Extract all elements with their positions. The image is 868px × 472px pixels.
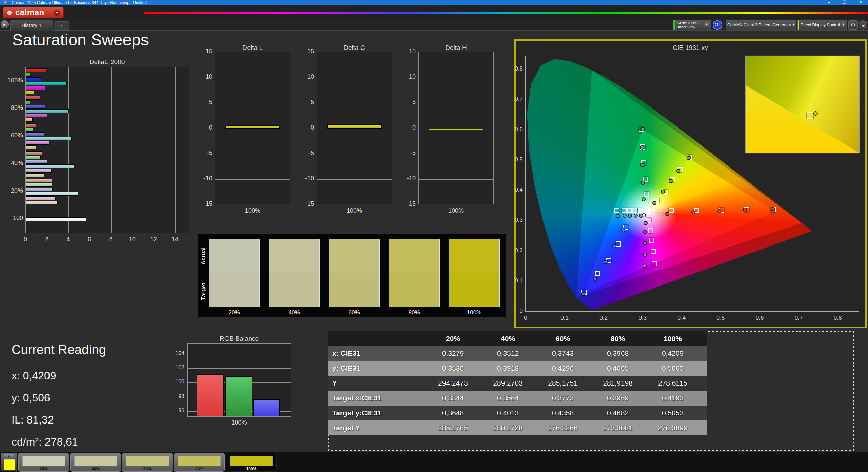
minimize-button[interactable]: – (824, 0, 834, 5)
add-tab-button[interactable]: + (54, 21, 69, 31)
measured-marker-cyan (616, 214, 620, 218)
table-row: Target Y285,1785280,1728276,3266273,3081… (328, 420, 707, 435)
group-label: 80% (3, 104, 23, 112)
table-row-label: Target Y (328, 424, 426, 432)
meter-count-badge[interactable]: 711 (713, 20, 722, 30)
x-tick-label: 4 (61, 236, 75, 243)
y-tick-label: 0,4 (508, 186, 523, 193)
x-tick-label: 0,6 (752, 315, 768, 321)
deltae-bar (26, 128, 33, 132)
meter-dropdown[interactable]: X-Rite i1Pro 3 Direct View ▼ (673, 20, 711, 30)
x-tick-label: 0 (517, 315, 534, 321)
table-cell: 285,1785 (426, 424, 480, 432)
chevron-up-icon[interactable]: ▲ (4, 454, 14, 458)
table-header-cell: 20% (426, 335, 480, 343)
measured-marker-red (717, 209, 722, 213)
calman-menu-button[interactable]: ❖ calman ▼ (3, 7, 64, 18)
deltaC-x-label: 100% (317, 207, 392, 214)
table-row-label: Y (328, 379, 426, 387)
gridline (111, 67, 112, 233)
display-control-dropdown[interactable]: Direct Display Control ▼ (797, 20, 847, 30)
deltaL-chart (215, 52, 290, 204)
x-tick-label: 0,1 (556, 315, 573, 321)
gridline (317, 129, 392, 129)
tab-bar: ▶ History 1 + X-Rite i1Pro 3 Direct View… (0, 19, 868, 31)
y-tick-label: -15 (398, 200, 416, 208)
table-cell: 0,4358 (535, 409, 590, 417)
app-icon: ❖ (3, 0, 7, 5)
pattern-button-40%[interactable]: 40% (70, 453, 121, 472)
rgb-balance-x-label: 100% (187, 419, 291, 426)
actual-swatch-40% (269, 239, 320, 273)
rgb-bar-red (197, 374, 224, 416)
deltae-bar (26, 118, 33, 122)
app-header: ❖ calman ▼ (0, 5, 868, 19)
y-tick-label: -10 (296, 175, 314, 182)
y-tick-label: 0 (508, 308, 523, 314)
x-tick-label: 0,5 (712, 315, 729, 321)
tab-history-1[interactable]: History 1 (10, 20, 53, 31)
y-tick-label: 5 (398, 99, 416, 106)
gridline (215, 103, 290, 103)
collapse-panel-button[interactable]: ◀ (859, 20, 867, 30)
deltae-bar (26, 151, 42, 155)
x-tick-label: 0,4 (673, 315, 690, 321)
actual-swatch-100% (449, 239, 500, 273)
table-cell: 0,4013 (480, 409, 535, 417)
x-tick-label: 0,7 (791, 315, 807, 321)
pattern-window-swatch[interactable] (4, 459, 15, 470)
y-tick-label: 5 (296, 99, 314, 106)
calman-app-window: ❖ Calman 2025 Calman Ultimate for Busine… (0, 0, 868, 472)
y-tick-label: 0,7 (508, 96, 523, 102)
table-cell: 294,2473 (426, 379, 480, 387)
pattern-swatch (74, 456, 117, 466)
pattern-button-20%[interactable]: 20% (18, 453, 69, 472)
rainbow-divider (144, 12, 868, 14)
deltaC-bar (327, 124, 382, 129)
meter-mode: Direct View (676, 25, 699, 29)
cie-1931-panel: CIE 1931 xy 00,10,20,30,40,50,60,70,800,… (514, 39, 867, 328)
x-tick-label: 6 (83, 236, 96, 243)
y-tick-label: -15 (296, 200, 314, 208)
table-cell: 0,3968 (590, 349, 645, 357)
table-row: x: CIE310,32790,35120,37430,39680,4209 (328, 346, 707, 361)
pattern-button-100%[interactable]: 100% (226, 453, 277, 472)
cie-chart-title: CIE 1931 xy (516, 44, 865, 52)
table-cell: 0,4193 (645, 394, 700, 402)
source-name: CalMAN Client 3 Pattern Generator (726, 23, 792, 27)
gridline (188, 354, 291, 354)
close-button[interactable]: ✕ (856, 0, 866, 5)
deltae-bar (26, 86, 45, 90)
current-reading-title: Current Reading (12, 342, 106, 357)
settings-button[interactable]: ⚙ (848, 20, 858, 30)
y-tick-label: 10 (398, 73, 416, 80)
table-cell: 0,4296 (535, 364, 590, 372)
source-dropdown[interactable]: CalMAN Client 3 Pattern Generator ▼ (726, 20, 796, 30)
group-label: 40% (3, 160, 23, 167)
pattern-button-60%[interactable]: 60% (122, 453, 173, 472)
gridline (68, 67, 69, 233)
group-label: 20% (3, 187, 23, 194)
y-tick-label: 0,3 (508, 217, 523, 223)
maximize-button[interactable]: ❐ (840, 0, 850, 5)
meter-name: X-Rite i1Pro 3 (676, 21, 699, 25)
gridline (188, 368, 291, 369)
deltaH-x-label: 100% (418, 207, 494, 214)
target-marker-magenta (649, 238, 654, 243)
calman-logo-icon: ❖ (6, 9, 13, 16)
y-tick-label: 0 (195, 124, 212, 131)
pattern-button-80%[interactable]: 80% (174, 453, 225, 472)
target-marker-cyan (622, 208, 627, 213)
pattern-label: 60% (122, 467, 173, 471)
run-page-button[interactable]: ▶ (1, 20, 9, 28)
swatch-label: 40% (269, 309, 320, 316)
measured-marker-blue (593, 277, 597, 281)
measured-marker-yellow (687, 156, 691, 160)
table-cell: 285,1751 (535, 379, 590, 387)
measured-marker-green (640, 127, 645, 131)
table-row: Y294,2473289,2703285,1751281,9198278,611… (328, 376, 707, 391)
pattern-swatch (126, 456, 169, 466)
y-tick-label: 10 (296, 73, 314, 80)
cie-zoom-inset (745, 56, 860, 153)
reading-x: x: 0,4209 (12, 370, 56, 382)
